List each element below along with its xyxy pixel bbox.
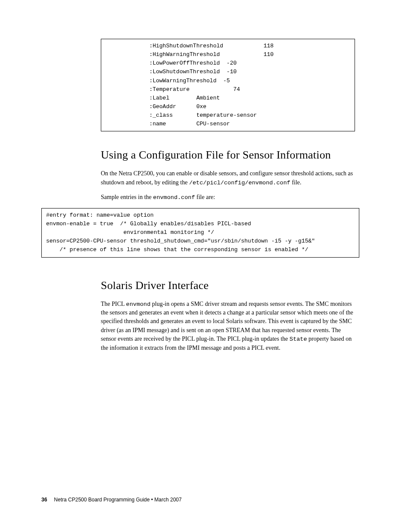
inline-code-envmond: envmond	[126, 301, 151, 308]
footer-text: Netra CP2500 Board Programming Guide • M…	[54, 497, 181, 503]
text-fragment: The PICL	[101, 301, 126, 307]
heading-config-file: Using a Configuration File for Sensor In…	[101, 149, 355, 162]
code-box-envmond-conf: #entry format: name=value option envmon-…	[41, 208, 359, 258]
code-box-sensor-table: :HighShutdownThreshold 118 :HighWarningT…	[101, 39, 355, 131]
section-config-file: Using a Configuration File for Sensor In…	[56, 149, 355, 257]
paragraph-config-intro: On the Netra CP2500, you can enable or d…	[101, 169, 355, 187]
inline-code-conf-path: /etc/picl/config/envmond.conf	[189, 180, 290, 186]
page-footer: 36Netra CP2500 Board Programming Guide •…	[41, 497, 182, 503]
paragraph-sample-entries: Sample entries in the envmond.conf file …	[101, 193, 355, 202]
text-fragment: file.	[290, 179, 302, 186]
inline-code-state: State	[290, 336, 307, 342]
page-content: :HighShutdownThreshold 118 :HighWarningT…	[0, 0, 411, 352]
inline-code-conf-file: envmond.conf	[153, 194, 195, 201]
heading-solaris-driver: Solaris Driver Interface	[101, 279, 355, 292]
section-solaris-driver: Solaris Driver Interface The PICL envmon…	[56, 279, 355, 352]
text-fragment: file are:	[195, 194, 215, 200]
paragraph-solaris-driver: The PICL envmond plug-in opens a SMC dri…	[101, 300, 355, 352]
text-fragment: Sample entries in the	[101, 194, 153, 200]
page-number: 36	[41, 497, 47, 503]
